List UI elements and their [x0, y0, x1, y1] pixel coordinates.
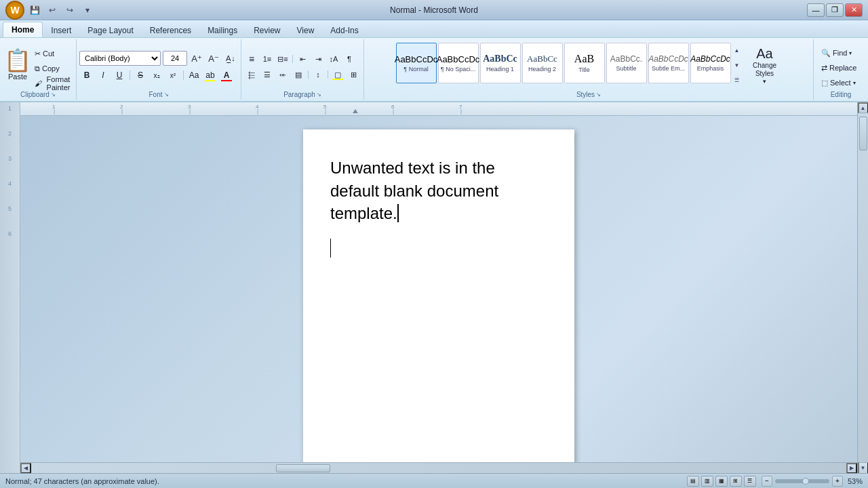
print-layout-btn[interactable]: ▤ [687, 476, 699, 487]
paragraph-label[interactable]: Paragraph ↘ [283, 91, 321, 100]
document-empty-space[interactable]: | [330, 239, 547, 442]
styles-group: AaBbCcDc ¶ Normal AaBbCcDc ¶ No Spaci...… [364, 39, 814, 100]
style-title[interactable]: AaB Title [564, 43, 605, 83]
shading-btn[interactable]: ▢ [330, 68, 345, 81]
editing-label[interactable]: Editing [831, 91, 852, 100]
tab-view[interactable]: View [289, 23, 323, 37]
style-heading2[interactable]: AaBbCc Heading 2 [522, 43, 563, 83]
copy-icon: ⧉ [35, 64, 40, 73]
zoom-slider-thumb [802, 478, 809, 485]
scroll-down-btn[interactable]: ▼ [858, 462, 869, 473]
multilevel-list-btn[interactable]: ⊟≡ [275, 52, 290, 66]
outline-view-btn[interactable]: ⊞ [730, 476, 742, 487]
bold-button[interactable]: B [79, 68, 94, 83]
italic-button[interactable]: I [96, 68, 111, 83]
subscript-button[interactable]: x₂ [149, 68, 164, 83]
copy-button[interactable]: ⧉ Copy [34, 62, 73, 75]
style-subtitle[interactable]: AaBbCc. Subtitle [606, 43, 647, 83]
font-size-increase-btn[interactable]: A⁺ [189, 52, 204, 65]
redo-quick-btn[interactable]: ↪ [62, 3, 77, 17]
increase-indent-btn[interactable]: ⇥ [311, 52, 326, 66]
select-button[interactable]: ⬚ Select ▾ [816, 77, 861, 89]
justify-btn[interactable]: ▤ [291, 68, 306, 81]
styles-scroll-up-btn[interactable]: ▲ [732, 43, 742, 58]
style-heading1[interactable]: AaBbCc Heading 1 [480, 43, 521, 83]
view-buttons: ▤ ▥ ▦ ⊞ ☰ [687, 476, 756, 487]
zoom-in-btn[interactable]: + [832, 476, 843, 487]
text-cursor [397, 204, 399, 222]
font-size-decrease-btn[interactable]: A⁻ [206, 52, 221, 65]
align-center-btn[interactable]: ☰ [260, 68, 275, 81]
underline-button[interactable]: U [112, 68, 127, 83]
format-painter-button[interactable]: 🖌 Format Painter [34, 77, 73, 90]
svg-text:1: 1 [52, 104, 56, 110]
h-scroll-thumb[interactable] [276, 464, 330, 472]
align-right-btn[interactable]: ⬰ [275, 68, 290, 81]
tab-insert[interactable]: Insert [43, 23, 79, 37]
tab-page-layout[interactable]: Page Layout [79, 23, 141, 37]
decrease-indent-btn[interactable]: ⇤ [295, 52, 310, 66]
document-scroll-area[interactable]: Unwanted text is in the default blank do… [20, 116, 857, 462]
paste-button[interactable]: 📋 Paste [3, 43, 33, 87]
scroll-up-btn[interactable]: ▲ [858, 102, 869, 113]
save-quick-btn[interactable]: 💾 [27, 3, 42, 17]
svg-rect-0 [20, 102, 857, 116]
minimize-button[interactable]: — [807, 3, 825, 17]
font-color-btn[interactable]: A [219, 68, 234, 83]
clipboard-label[interactable]: Clipboard ↘ [20, 91, 56, 100]
tab-home[interactable]: Home [3, 22, 43, 37]
zoom-out-btn[interactable]: − [762, 476, 772, 487]
v-scroll-thumb[interactable] [859, 117, 867, 150]
v-scroll-track[interactable] [858, 113, 868, 462]
tab-mailings[interactable]: Mailings [199, 23, 245, 37]
font-label[interactable]: Font ↘ [149, 91, 168, 100]
tab-add-ins[interactable]: Add-Ins [322, 23, 366, 37]
font-family-select[interactable]: Calibri (Body) [79, 51, 161, 66]
format-painter-icon: 🖌 [35, 79, 42, 87]
tab-references[interactable]: References [142, 23, 199, 37]
maximize-button[interactable]: ❐ [826, 3, 844, 17]
scroll-left-btn[interactable]: ◀ [20, 463, 31, 474]
document-content[interactable]: Unwanted text is in the default blank do… [330, 157, 547, 225]
styles-more-btn[interactable]: ☰ [732, 73, 742, 87]
style-emphasis[interactable]: AaBbCcDc Emphasis [690, 43, 731, 83]
ribbon: 📋 Paste ✂ Cut ⧉ Copy 🖌 Format [0, 38, 868, 102]
find-button[interactable]: 🔍 Find ▾ [816, 47, 856, 60]
bullets-btn[interactable]: ≡ [244, 52, 259, 66]
styles-label[interactable]: Styles ↘ [576, 91, 601, 100]
close-button[interactable]: ✕ [845, 3, 863, 17]
document-page: Unwanted text is in the default blank do… [303, 129, 574, 462]
undo-quick-btn[interactable]: ↩ [45, 3, 60, 17]
show-formatting-btn[interactable]: ¶ [342, 52, 357, 66]
cut-button[interactable]: ✂ Cut [34, 47, 73, 60]
web-layout-btn[interactable]: ▦ [715, 476, 728, 487]
full-reading-btn[interactable]: ▥ [701, 476, 713, 487]
clear-format-btn[interactable]: A̲↓ [223, 52, 238, 65]
borders-btn[interactable]: ⊞ [346, 68, 361, 81]
sort-btn[interactable]: ↕A [326, 52, 341, 66]
tab-review[interactable]: Review [245, 23, 288, 37]
align-left-btn[interactable]: ⬱ [244, 68, 259, 81]
line-spacing-btn[interactable]: ↕ [311, 68, 326, 81]
style-subtle-emphasis[interactable]: AaBbCcDc Subtle Em... [648, 43, 689, 83]
highlight-color-btn[interactable]: ab [203, 68, 218, 83]
replace-button[interactable]: ⇄ Replace [816, 62, 861, 75]
font-size-input[interactable] [163, 51, 187, 66]
style-normal[interactable]: AaBbCcDc ¶ Normal [396, 43, 437, 83]
text-effects-button[interactable]: Aa [186, 68, 201, 83]
superscript-button[interactable]: x² [165, 68, 180, 83]
strikethrough-button[interactable]: S [133, 68, 148, 83]
scroll-right-btn[interactable]: ▶ [846, 463, 857, 474]
office-button[interactable]: W [5, 1, 24, 20]
change-styles-button[interactable]: Aa Change Styles ▾ [748, 43, 782, 87]
h-scroll-track[interactable] [31, 463, 846, 473]
find-dropdown-icon: ▾ [849, 50, 852, 56]
styles-scroll-down-btn[interactable]: ▼ [732, 58, 742, 73]
zoom-slider[interactable] [775, 479, 829, 483]
horizontal-scrollbar: ◀ ▶ [20, 462, 857, 473]
draft-view-btn[interactable]: ☰ [744, 476, 756, 487]
customize-quick-btn[interactable]: ▾ [80, 3, 95, 17]
style-no-spacing[interactable]: AaBbCcDc ¶ No Spaci... [438, 43, 479, 83]
numbering-btn[interactable]: 1≡ [260, 52, 275, 66]
editing-group: 🔍 Find ▾ ⇄ Replace ⬚ Select ▾ Editing [814, 39, 868, 100]
